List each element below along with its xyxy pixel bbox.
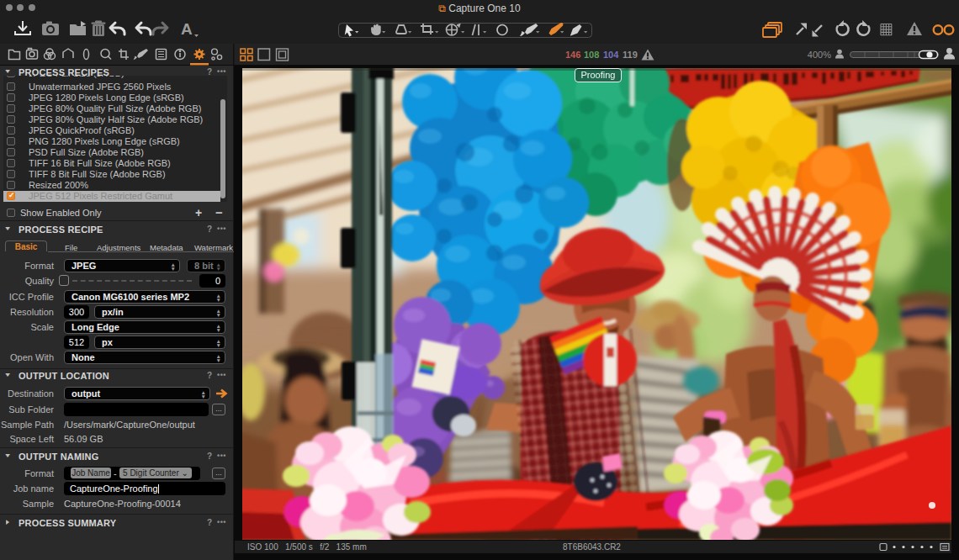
svg-text:400%: 400% bbox=[808, 50, 831, 60]
svg-text:104: 104 bbox=[603, 50, 619, 60]
svg-text:119: 119 bbox=[623, 50, 638, 60]
svg-text:108: 108 bbox=[584, 50, 599, 60]
svg-text:146: 146 bbox=[565, 50, 580, 60]
svg-text:A: A bbox=[181, 20, 193, 38]
